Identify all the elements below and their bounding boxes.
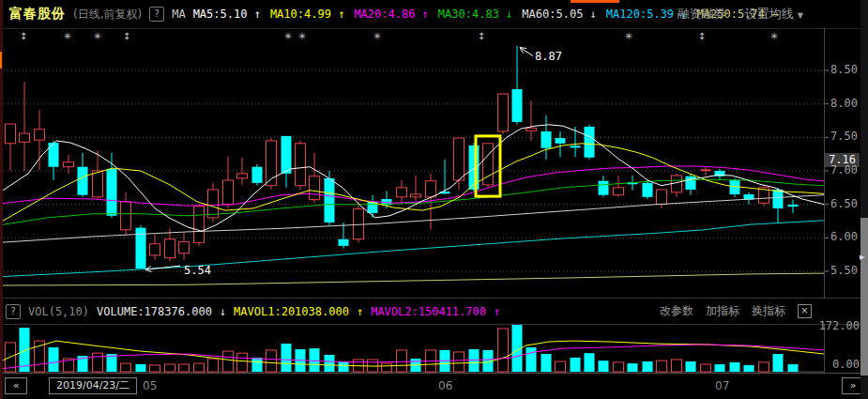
ma-prefix-label: MA — [172, 8, 185, 21]
event-marker-icon: ✳ — [625, 31, 632, 41]
ma-legend-item: MA120:5.39 ↓ — [606, 8, 688, 21]
header-toolbar: 融资融券 设置均线 ▼ — [678, 0, 803, 28]
price-axis-label: 7.00 — [830, 163, 858, 176]
close-icon[interactable]: × — [798, 304, 812, 318]
event-marker-icon: ✳ — [298, 31, 306, 41]
volume-value: VOLUME:178376.000 — [97, 305, 212, 318]
vol-help-icon[interactable]: ? — [6, 304, 21, 319]
mavol2-arrow-icon: ↑ — [494, 305, 500, 318]
scroll-left-button[interactable]: « — [5, 377, 27, 394]
volume-layer — [0, 322, 824, 376]
indicator-toolbar: 改参数 加指标 换指标 × — [660, 299, 812, 324]
month-label: 06 — [438, 379, 452, 392]
ma-legend-item: MA30:4.83 ↓ — [438, 8, 512, 21]
event-markers-layer: ↕✳✳↕✳✳✳↕✳↕✳ — [20, 31, 778, 41]
vol-indicator-label: VOL(5,10) — [28, 305, 89, 318]
ma-legend-item: MA10:4.99 ↑ — [270, 8, 344, 21]
event-marker-icon: ✳ — [284, 31, 292, 41]
add-indicator-button[interactable]: 加指标 — [706, 303, 739, 319]
panel-expand-icon[interactable]: ▶ — [860, 253, 864, 261]
ma-legend-item: MA60:5.05 ↓ — [522, 8, 596, 21]
ma-line-MA250 — [0, 273, 824, 285]
event-marker-icon: ↕ — [123, 31, 130, 41]
mavol2-value: MAVOL2:150411.700 — [371, 305, 486, 318]
timeline-bar: « 2019/04/23/二 » 050607 — [0, 374, 868, 399]
vol-axis-min: 0.00 — [832, 358, 860, 371]
change-params-button[interactable]: 改参数 — [660, 303, 693, 319]
month-label: 07 — [715, 379, 729, 392]
price-axis-label: 7.50 — [830, 130, 858, 143]
event-marker-icon: ✳ — [64, 31, 71, 41]
price-annotation: 8.87 — [535, 50, 562, 63]
scrollbar-thumb[interactable] — [860, 218, 868, 376]
chart-mode-label: (日线,前复权) — [73, 7, 142, 23]
vol-header-divider — [0, 324, 860, 325]
header-divider — [0, 28, 860, 29]
top-tab-accent — [571, 0, 619, 3]
ma-line-MA20 — [0, 166, 824, 206]
month-label: 05 — [143, 379, 157, 392]
event-marker-icon: ✳ — [770, 31, 778, 41]
event-marker-icon: ✳ — [94, 31, 101, 41]
switch-indicator-button[interactable]: 换指标 — [752, 303, 785, 319]
ma-settings-label: 设置均线 — [745, 7, 794, 21]
event-marker-icon: ↕ — [20, 31, 27, 41]
chart-canvas[interactable]: ↕✳✳↕✳✳✳↕✳↕✳8.875.54 — [0, 0, 868, 399]
price-axis-label: 8.00 — [830, 97, 858, 110]
chevron-down-icon: ▼ — [798, 11, 803, 20]
window-edge-accent — [0, 52, 2, 69]
event-marker-icon: ↕ — [478, 31, 485, 41]
event-marker-icon: ↕ — [698, 31, 706, 41]
stock-chart-app: ↕✳✳↕✳✳✳↕✳↕✳8.875.54 富春股份 (日线,前复权) ? MA M… — [0, 0, 868, 399]
mavol1-value: MAVOL1:201038.000 — [234, 305, 349, 318]
date-box[interactable]: 2019/04/23/二 — [49, 377, 137, 394]
mavol1-arrow-icon: ↑ — [357, 305, 363, 318]
help-icon[interactable]: ? — [149, 7, 164, 22]
price-annotation: 5.54 — [184, 264, 211, 277]
price-axis-label: 8.50 — [830, 63, 858, 76]
price-axis-label: 6.50 — [830, 197, 858, 210]
event-marker-icon: ✳ — [373, 31, 381, 41]
volume-arrow-icon: ↓ — [220, 305, 226, 318]
ma-legend-item: MA5:5.10 ↑ — [193, 8, 261, 21]
ma-settings-link[interactable]: 设置均线 ▼ — [745, 6, 803, 23]
margin-trading-link[interactable]: 融资融券 — [678, 6, 726, 23]
ma-legend-item: MA20:4.86 ↑ — [354, 8, 428, 21]
vol-axis-max: 172.00 — [819, 319, 860, 332]
price-axis-label: 5.50 — [830, 264, 858, 277]
stock-name: 富春股份 — [9, 6, 66, 23]
price-axis-label: 6.00 — [830, 230, 858, 243]
